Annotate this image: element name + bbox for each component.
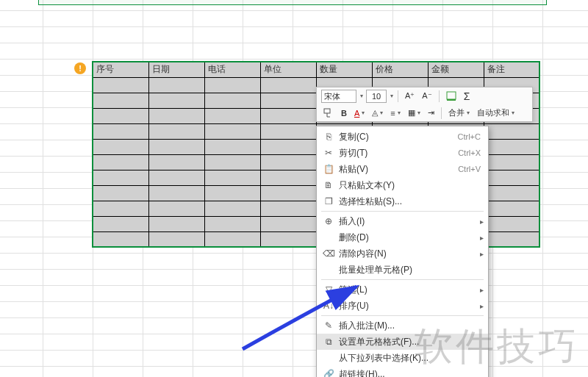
menu-item[interactable]: ⌫清除内容(N)▸ xyxy=(317,245,488,262)
menu-item-shortcut: Ctrl+C xyxy=(458,132,481,141)
mini-format-toolbar: 宋体 ▾ 10 ▾ A⁺ A⁻ Σ B A▾ ◬▾ ≡▾ ▦▾ ⇥ 合并▾ 自动… xyxy=(316,87,533,122)
align-icon[interactable]: ≡▾ xyxy=(388,108,402,118)
menu-item[interactable]: ⎘复制(C)Ctrl+C xyxy=(317,129,488,145)
indent-icon[interactable]: ⇥ xyxy=(426,107,437,118)
menu-item[interactable]: ✎插入批注(M)... xyxy=(317,317,488,334)
autosum-icon[interactable]: Σ xyxy=(462,90,473,103)
submenu-arrow-icon: ▸ xyxy=(480,302,484,310)
menu-item[interactable]: ▽筛选(L)▸ xyxy=(317,281,488,298)
font-color-icon[interactable]: A▾ xyxy=(352,108,367,118)
autosum-button[interactable]: 自动求和▾ xyxy=(475,107,517,119)
col-header: 序号 xyxy=(93,62,148,77)
col-header: 电话 xyxy=(204,62,260,77)
context-menu: ⎘复制(C)Ctrl+C✂剪切(T)Ctrl+X📋粘贴(V)Ctrl+V🗎只粘贴… xyxy=(316,126,489,377)
col-header: 单位 xyxy=(260,62,316,77)
borders-icon[interactable]: ▦▾ xyxy=(406,107,423,118)
menu-item[interactable]: 📋粘贴(V)Ctrl+V xyxy=(317,161,488,177)
col-header: 数量 xyxy=(316,62,372,77)
menu-item-label: 从下拉列表中选择(K)... xyxy=(336,352,481,365)
menu-item-label: 删除(D) xyxy=(336,231,481,244)
table-header-row: 序号 日期 电话 单位 数量 价格 金额 备注 xyxy=(93,62,539,77)
menu-item-label: 选择性粘贴(S)... xyxy=(336,195,481,208)
bold-button[interactable]: B xyxy=(339,108,349,118)
menu-item-label: 筛选(L) xyxy=(336,284,481,296)
menu-item-label: 复制(C) xyxy=(336,131,458,143)
menu-item[interactable]: 🔗超链接(H)... xyxy=(317,366,488,377)
menu-item-label: 清除内容(N) xyxy=(336,248,481,260)
menu-item-icon: ▽ xyxy=(321,284,336,295)
menu-item-label: 插入(I) xyxy=(336,215,481,228)
col-header: 价格 xyxy=(372,62,428,77)
menu-item[interactable]: A↓排序(U)▸ xyxy=(317,298,488,314)
menu-item-icon: A↓ xyxy=(321,301,336,311)
menu-item-icon: ⧉ xyxy=(321,337,336,347)
menu-item-icon: ⊕ xyxy=(321,216,336,226)
col-header: 备注 xyxy=(484,62,539,77)
submenu-arrow-icon: ▸ xyxy=(480,234,484,242)
col-header: 日期 xyxy=(148,62,204,77)
menu-item-label: 插入批注(M)... xyxy=(336,320,481,332)
menu-item[interactable]: 删除(D)▸ xyxy=(317,229,488,245)
menu-item-label: 设置单元格格式(F)... xyxy=(336,336,481,348)
menu-item[interactable]: 从下拉列表中选择(K)... xyxy=(317,350,488,366)
top-selection-band xyxy=(38,0,547,5)
font-size-select[interactable]: 10 xyxy=(366,90,387,103)
menu-separator xyxy=(321,315,484,316)
menu-item-icon: ✂ xyxy=(321,148,336,158)
decrease-font-button[interactable]: A⁻ xyxy=(420,90,434,101)
menu-item-icon: ❐ xyxy=(321,196,336,207)
format-painter-icon[interactable] xyxy=(321,107,336,119)
menu-item[interactable]: ✂剪切(T)Ctrl+X xyxy=(317,145,488,161)
menu-item-icon: 🔗 xyxy=(321,369,336,377)
font-name-select[interactable]: 宋体 xyxy=(321,90,356,103)
menu-item-icon: ✎ xyxy=(321,320,336,331)
menu-item-shortcut: Ctrl+V xyxy=(458,165,481,173)
submenu-arrow-icon: ▸ xyxy=(480,218,484,226)
menu-item-label: 排序(U) xyxy=(336,300,481,312)
submenu-arrow-icon: ▸ xyxy=(480,250,484,258)
menu-item-label: 粘贴(V) xyxy=(336,163,458,176)
menu-item[interactable]: ⊕插入(I)▸ xyxy=(317,213,488,229)
menu-item-icon: ⎘ xyxy=(321,132,336,142)
menu-item-icon: ⌫ xyxy=(321,248,336,259)
svg-rect-0 xyxy=(447,92,456,99)
col-header: 金额 xyxy=(428,62,484,77)
menu-separator xyxy=(321,211,484,212)
svg-rect-2 xyxy=(324,109,330,113)
menu-item-label: 批量处理单元格(P) xyxy=(336,264,481,276)
menu-item-shortcut: Ctrl+X xyxy=(458,148,481,157)
increase-font-button[interactable]: A⁺ xyxy=(403,90,417,101)
merge-cells-button[interactable]: 合并▾ xyxy=(446,107,472,119)
menu-separator xyxy=(321,279,484,280)
submenu-arrow-icon: ▸ xyxy=(480,286,484,294)
fill-color-icon[interactable] xyxy=(444,90,459,102)
menu-item-icon: 🗎 xyxy=(321,180,336,190)
menu-item[interactable]: 🗎只粘贴文本(Y) xyxy=(317,177,488,193)
menu-item[interactable]: 批量处理单元格(P) xyxy=(317,262,488,278)
menu-item[interactable]: ❐选择性粘贴(S)... xyxy=(317,193,488,209)
svg-rect-1 xyxy=(447,99,456,101)
warning-badge-icon[interactable]: ! xyxy=(74,62,86,74)
menu-item-label: 只粘贴文本(Y) xyxy=(336,179,481,192)
menu-item-label: 剪切(T) xyxy=(336,147,458,159)
menu-item-label: 超链接(H)... xyxy=(336,368,481,378)
menu-item-icon: 📋 xyxy=(321,164,336,174)
menu-item[interactable]: ⧉设置单元格格式(F)... xyxy=(317,334,488,350)
fill-bucket-icon[interactable]: ◬▾ xyxy=(370,107,385,118)
